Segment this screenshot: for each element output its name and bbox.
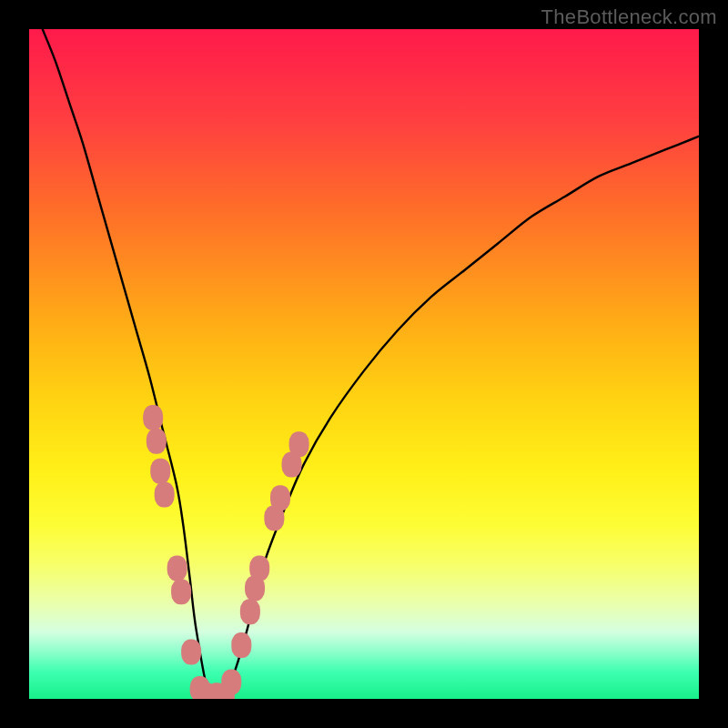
curve-overlay bbox=[29, 29, 699, 699]
highlight-marker bbox=[147, 429, 167, 454]
attribution-watermark: TheBottleneck.com bbox=[541, 5, 717, 29]
highlight-marker bbox=[155, 482, 175, 508]
highlight-marker bbox=[231, 632, 251, 658]
highlight-marker bbox=[167, 555, 187, 581]
highlight-marker bbox=[240, 599, 260, 624]
bottleneck-curve bbox=[43, 29, 699, 699]
highlight-marker bbox=[143, 405, 163, 430]
highlight-marker bbox=[270, 485, 290, 511]
chart-frame: TheBottleneck.com bbox=[0, 0, 728, 728]
highlight-marker bbox=[181, 639, 201, 664]
highlight-marker bbox=[150, 459, 170, 484]
bottleneck-curve-path bbox=[43, 29, 699, 699]
plot-area bbox=[29, 29, 699, 699]
highlight-marker bbox=[289, 431, 309, 457]
highlight-marker bbox=[171, 579, 191, 604]
highlight-marker bbox=[249, 555, 269, 581]
highlight-marker bbox=[221, 670, 241, 695]
